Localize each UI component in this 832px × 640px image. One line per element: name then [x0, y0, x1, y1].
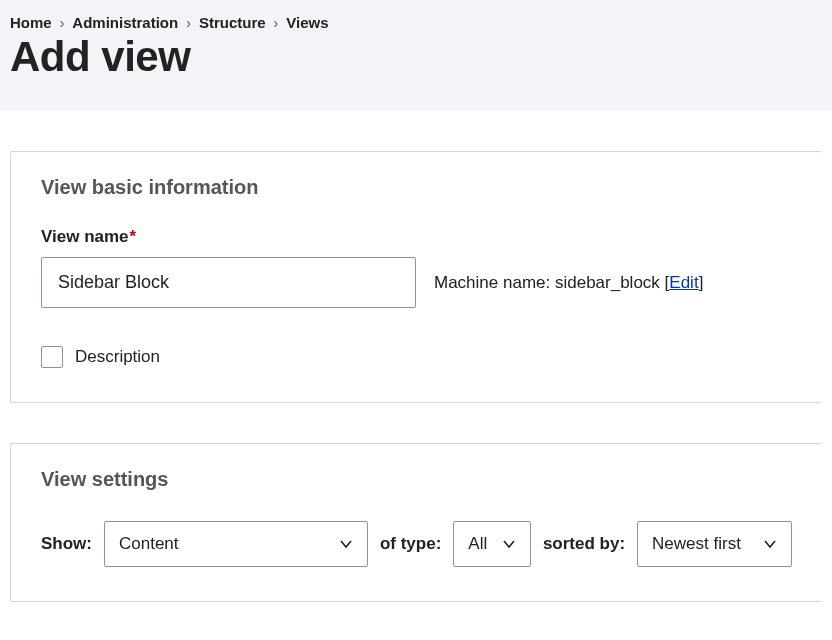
machine-name-bracket: ]	[699, 273, 704, 292]
machine-name-edit-link[interactable]: Edit	[669, 273, 698, 292]
breadcrumb-structure[interactable]: Structure	[199, 14, 266, 31]
fieldset-view-settings: View settings Show: Content of type: All…	[10, 443, 822, 602]
page-title: Add view	[10, 33, 822, 81]
of-type-label: of type:	[380, 534, 441, 554]
description-checkbox[interactable]	[41, 346, 63, 368]
chevron-right-icon: ›	[274, 15, 279, 31]
sorted-by-label: sorted by:	[543, 534, 625, 554]
of-type-select[interactable]: All	[453, 521, 531, 567]
chevron-down-icon	[502, 537, 516, 551]
breadcrumb: Home › Administration › Structure › View…	[10, 10, 822, 31]
legend-basic-information: View basic information	[41, 176, 792, 199]
show-label: Show:	[41, 534, 92, 554]
breadcrumb-administration[interactable]: Administration	[72, 14, 178, 31]
sorted-by-select[interactable]: Newest first	[637, 521, 792, 567]
of-type-select-value: All	[468, 534, 487, 554]
machine-name-prefix: Machine name:	[434, 273, 555, 292]
show-select[interactable]: Content	[104, 521, 368, 567]
view-name-input[interactable]	[41, 257, 416, 308]
sorted-by-select-value: Newest first	[652, 534, 741, 554]
breadcrumb-views[interactable]: Views	[286, 14, 328, 31]
breadcrumb-home[interactable]: Home	[10, 14, 52, 31]
required-marker-icon: *	[130, 227, 137, 246]
view-name-label: View name*	[41, 227, 136, 247]
description-label: Description	[75, 347, 160, 367]
machine-name-value: sidebar_block	[555, 273, 660, 292]
show-select-value: Content	[119, 534, 179, 554]
chevron-right-icon: ›	[186, 15, 191, 31]
chevron-right-icon: ›	[60, 15, 65, 31]
fieldset-basic-information: View basic information View name* Machin…	[10, 151, 822, 403]
legend-view-settings: View settings	[41, 468, 792, 491]
machine-name-display: Machine name: sidebar_block [Edit]	[434, 273, 703, 293]
chevron-down-icon	[339, 537, 353, 551]
chevron-down-icon	[763, 537, 777, 551]
view-name-label-text: View name	[41, 227, 129, 246]
